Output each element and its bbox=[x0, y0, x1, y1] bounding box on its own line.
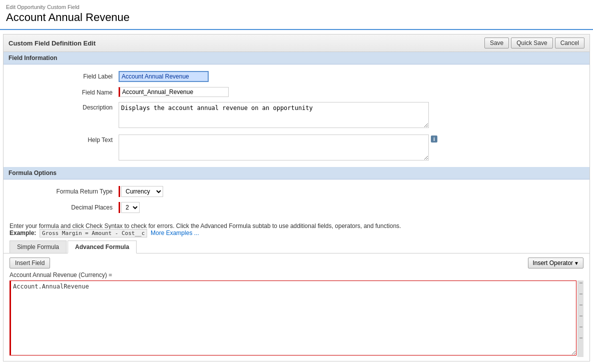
field-name-row: Field Name bbox=[4, 84, 589, 100]
field-label-value bbox=[119, 71, 589, 82]
decimal-places-row: Decimal Places 0 1 2 3 4 5 bbox=[4, 200, 589, 216]
help-text-textarea[interactable] bbox=[119, 134, 429, 160]
more-examples-link[interactable]: More Examples ... bbox=[151, 230, 199, 236]
dropdown-arrow-icon: ▼ bbox=[574, 260, 579, 266]
page-header: Edit Opportunity Custom Field Account An… bbox=[0, 0, 593, 30]
return-type-value: Currency Number Percent Date DateTime Te… bbox=[119, 186, 589, 197]
stub-line-6 bbox=[579, 338, 582, 338]
stub-line-1 bbox=[579, 282, 582, 284]
formula-field-label: Account Annual Revenue (Currency) = bbox=[10, 272, 583, 278]
example-code: Gross Margin = Amount - Cost__c bbox=[40, 229, 147, 238]
insert-operator-label: Insert Operator bbox=[532, 260, 573, 266]
description-row: Description Displays the account annual … bbox=[4, 100, 589, 132]
right-panel-stub bbox=[577, 280, 583, 357]
formula-help-text: Enter your formula and click Check Synta… bbox=[4, 220, 589, 238]
quick-save-button[interactable]: Quick Save bbox=[511, 38, 552, 48]
help-text-row: Help Text i bbox=[4, 132, 589, 163]
field-info-section-header: Field Information bbox=[4, 52, 589, 64]
cancel-button[interactable]: Cancel bbox=[555, 38, 584, 48]
help-text-label: Help Text bbox=[4, 134, 119, 144]
formula-editor-area: Insert Field Insert Operator ▼ Account A… bbox=[4, 254, 589, 361]
formula-tabs: Simple Formula Advanced Formula bbox=[4, 238, 589, 254]
tab-advanced-label: Advanced Formula bbox=[75, 244, 129, 250]
save-button[interactable]: Save bbox=[484, 38, 509, 48]
description-label: Description bbox=[4, 102, 119, 111]
insert-operator-button[interactable]: Insert Operator ▼ bbox=[528, 258, 583, 268]
page-wrapper: Edit Opportunity Custom Field Account An… bbox=[0, 0, 593, 362]
stub-line-5 bbox=[579, 326, 582, 328]
tab-simple-label: Simple Formula bbox=[17, 244, 59, 250]
description-value: Displays the account annual revenue on a… bbox=[119, 102, 589, 130]
formula-toolbar: Insert Field Insert Operator ▼ bbox=[10, 258, 583, 268]
info-icon[interactable]: i bbox=[431, 136, 437, 142]
decimal-places-value: 0 1 2 3 4 5 bbox=[119, 202, 589, 213]
help-text-value: i bbox=[119, 134, 589, 160]
tab-advanced-formula[interactable]: Advanced Formula bbox=[68, 240, 137, 254]
tab-simple-formula[interactable]: Simple Formula bbox=[10, 240, 67, 253]
formula-textarea-wrapper: Account.AnnualRevenue bbox=[10, 280, 583, 357]
return-type-row: Formula Return Type Currency Number Perc… bbox=[4, 184, 589, 200]
example-label: Example: bbox=[10, 230, 36, 236]
panel-header-title: Custom Field Definition Edit bbox=[9, 40, 96, 47]
main-panel: Custom Field Definition Edit Save Quick … bbox=[3, 34, 590, 362]
page-title: Account Annual Revenue bbox=[6, 11, 587, 24]
decimal-places-select[interactable]: 0 1 2 3 4 5 bbox=[121, 202, 140, 213]
formula-textarea[interactable]: Account.AnnualRevenue bbox=[10, 280, 576, 356]
stub-line-3 bbox=[579, 304, 582, 306]
decimal-places-label: Decimal Places bbox=[4, 202, 119, 211]
panel-header-buttons: Save Quick Save Cancel bbox=[484, 38, 584, 48]
formula-help-main: Enter your formula and click Check Synta… bbox=[10, 222, 401, 230]
formula-options-section-header: Formula Options bbox=[4, 167, 589, 180]
panel-header: Custom Field Definition Edit Save Quick … bbox=[4, 34, 589, 52]
stub-line-4 bbox=[579, 316, 582, 316]
field-name-input[interactable] bbox=[119, 87, 229, 97]
page-subtitle: Edit Opportunity Custom Field bbox=[6, 4, 587, 10]
field-label-input[interactable] bbox=[119, 71, 209, 82]
field-label-label: Field Label bbox=[4, 71, 119, 80]
description-textarea[interactable]: Displays the account annual revenue on a… bbox=[119, 102, 429, 128]
field-name-value bbox=[119, 87, 589, 97]
field-label-row: Field Label bbox=[4, 68, 589, 84]
field-info-table: Field Label Field Name Description Displ… bbox=[4, 64, 589, 167]
return-type-select[interactable]: Currency Number Percent Date DateTime Te… bbox=[121, 186, 163, 197]
return-type-label: Formula Return Type bbox=[4, 186, 119, 195]
field-name-label: Field Name bbox=[4, 87, 119, 96]
stub-line-2 bbox=[579, 294, 582, 294]
formula-options-table: Formula Return Type Currency Number Perc… bbox=[4, 180, 589, 220]
insert-field-button[interactable]: Insert Field bbox=[10, 258, 50, 268]
